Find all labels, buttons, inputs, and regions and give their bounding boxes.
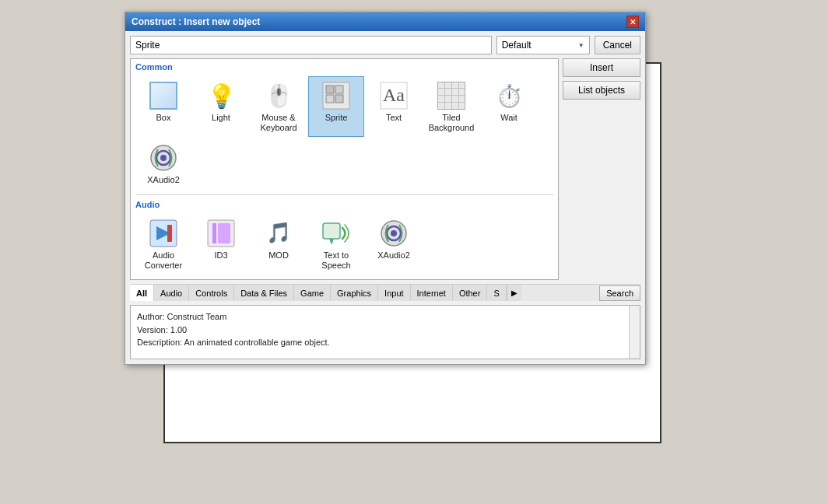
obj-id3[interactable]: ID3: [193, 214, 249, 275]
tab-data-files[interactable]: Data & Files: [234, 285, 294, 301]
audio-converter-icon: [148, 218, 179, 249]
common-objects-grid: Box 💡 Light 🖱️ Mouse & Keyboard: [131, 73, 558, 193]
box-icon: [148, 80, 179, 111]
dialog-body: Default ▼ Cancel Common Box: [125, 31, 645, 364]
tab-controls[interactable]: Controls: [189, 285, 234, 301]
obj-xaudio2-audio[interactable]: XAudio2: [366, 214, 422, 275]
obj-light-label: Light: [212, 113, 230, 123]
obj-audio-converter-label: Audio Converter: [138, 250, 189, 271]
tiled-background-icon: [436, 80, 467, 111]
mod-icon: 🎵: [263, 218, 294, 249]
mouse-keyboard-icon: 🖱️: [263, 80, 294, 111]
main-area: Common Box 💡 Light 🖱️ Mouse &: [130, 58, 640, 280]
object-name-input[interactable]: [130, 36, 492, 54]
obj-box[interactable]: Box: [135, 76, 191, 137]
obj-text-to-speech-label: Text to Speech: [310, 250, 362, 271]
author-line: Author: Construct Team: [137, 310, 633, 324]
tab-input[interactable]: Input: [378, 285, 410, 301]
top-row: Default ▼ Cancel: [130, 36, 640, 54]
obj-text-label: Text: [386, 113, 402, 123]
list-objects-button[interactable]: List objects: [563, 81, 640, 100]
dialog-title: Construct : Insert new object: [132, 16, 260, 27]
info-panel: Author: Construct Team Version: 1.00 Des…: [130, 305, 640, 359]
obj-mouse-keyboard-label: Mouse & Keyboard: [253, 113, 304, 133]
version-label: Version:: [137, 325, 168, 334]
info-scrollbar[interactable]: [629, 306, 640, 359]
obj-wait[interactable]: ⏱️ Wait: [481, 76, 537, 137]
obj-sprite-label: Sprite: [325, 113, 348, 123]
tab-internet[interactable]: Internet: [411, 285, 453, 301]
common-category-label: Common: [131, 59, 558, 73]
author-label: Author:: [137, 312, 164, 321]
text-to-speech-icon: [321, 218, 352, 249]
svg-rect-14: [212, 223, 216, 243]
controls-separator: [135, 279, 553, 280]
svg-rect-16: [323, 223, 340, 239]
obj-mod-label: MOD: [268, 250, 289, 261]
obj-xaudio2-common[interactable]: XAudio2: [135, 138, 191, 189]
obj-text-to-speech[interactable]: Text to Speech: [308, 214, 364, 275]
tab-s[interactable]: S: [487, 285, 506, 301]
obj-tiled-background-label: Tiled Background: [426, 113, 477, 133]
version-value: 1.00: [170, 325, 187, 334]
tab-audio[interactable]: Audio: [154, 285, 189, 301]
tab-graphics[interactable]: Graphics: [331, 285, 378, 301]
xaudio2-common-icon: [148, 142, 179, 173]
svg-rect-2: [335, 86, 343, 93]
category-dropdown[interactable]: Default ▼: [496, 36, 590, 54]
tabs-row: All Audio Controls Data & Files Game Gra…: [130, 284, 640, 301]
id3-icon: [205, 218, 237, 249]
description-label: Description:: [137, 338, 182, 347]
obj-tiled-background[interactable]: Tiled Background: [423, 76, 479, 137]
light-icon: 💡: [205, 80, 237, 111]
text-icon: Aa: [378, 80, 409, 111]
obj-text[interactable]: Aa Text: [366, 76, 422, 137]
svg-rect-1: [326, 86, 334, 93]
svg-marker-17: [329, 239, 334, 245]
svg-text:Aa: Aa: [383, 85, 405, 105]
obj-light[interactable]: 💡 Light: [193, 76, 249, 137]
search-button[interactable]: Search: [599, 285, 640, 301]
version-line: Version: 1.00: [137, 324, 633, 337]
audio-separator: [135, 194, 553, 195]
svg-rect-4: [335, 95, 343, 103]
obj-mod[interactable]: 🎵 MOD: [251, 214, 307, 275]
author-value: Construct Team: [167, 312, 227, 321]
tab-game[interactable]: Game: [294, 285, 331, 301]
dialog: Construct : Insert new object ✕ Default …: [125, 12, 646, 365]
obj-box-label: Box: [156, 113, 171, 123]
obj-id3-label: ID3: [214, 250, 227, 261]
obj-xaudio2-audio-label: XAudio2: [377, 250, 410, 261]
audio-category-label: Audio: [131, 197, 558, 211]
sprite-icon: [321, 80, 352, 111]
xaudio2-audio-icon: [378, 218, 409, 249]
insert-button[interactable]: Insert: [563, 58, 640, 77]
svg-point-20: [391, 230, 397, 236]
obj-wait-label: Wait: [500, 113, 518, 123]
description-line: Description: An animated controllable ga…: [137, 336, 633, 349]
tab-all[interactable]: All: [130, 285, 154, 301]
right-panel: Insert List objects: [563, 58, 640, 280]
dialog-titlebar: Construct : Insert new object ✕: [125, 12, 645, 31]
tab-other[interactable]: Other: [453, 285, 488, 301]
tab-scroll-right[interactable]: ▶: [507, 285, 521, 301]
svg-rect-3: [326, 95, 334, 103]
description-value: An animated controllable game object.: [184, 338, 330, 347]
svg-rect-15: [218, 223, 230, 243]
obj-xaudio2-common-label: XAudio2: [147, 175, 180, 185]
close-button[interactable]: ✕: [626, 16, 639, 28]
audio-objects-grid: Audio Converter ID3 🎵: [131, 211, 558, 278]
svg-rect-12: [167, 225, 172, 242]
cancel-button[interactable]: Cancel: [595, 36, 640, 54]
object-list[interactable]: Common Box 💡 Light 🖱️ Mouse &: [130, 58, 559, 280]
chevron-down-icon: ▼: [578, 42, 584, 49]
wait-icon: ⏱️: [493, 80, 525, 111]
obj-sprite[interactable]: Sprite: [308, 76, 364, 137]
svg-point-9: [160, 155, 167, 161]
obj-audio-converter[interactable]: Audio Converter: [135, 214, 191, 275]
dropdown-value: Default: [502, 40, 532, 51]
obj-mouse-keyboard[interactable]: 🖱️ Mouse & Keyboard: [251, 76, 307, 137]
